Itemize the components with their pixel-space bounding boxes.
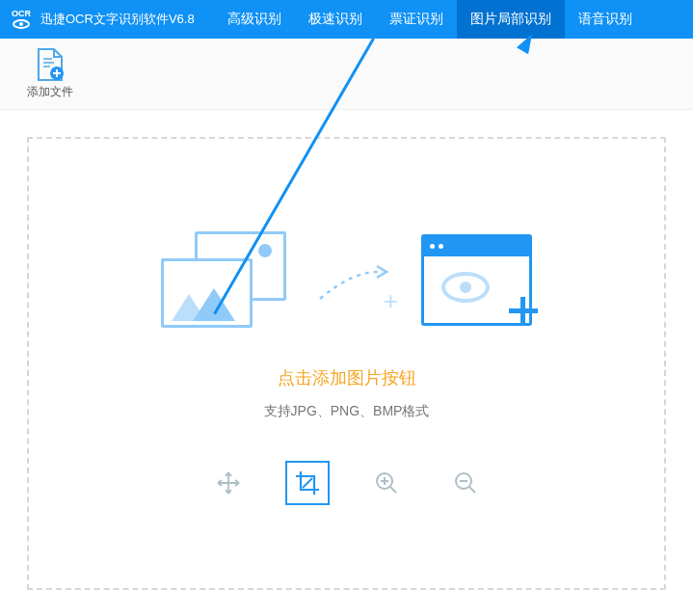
move-icon: [215, 469, 242, 496]
sub-prompt: 支持JPG、PNG、BMP格式: [264, 403, 430, 420]
logo-icon: OCR: [8, 6, 35, 33]
add-file-button[interactable]: 添加文件: [19, 43, 81, 104]
svg-line-12: [469, 487, 475, 493]
tab-fast-recognition[interactable]: 极速识别: [295, 0, 376, 39]
main-prompt: 点击添加图片按钮: [278, 366, 416, 389]
tab-voice-recognition[interactable]: 语音识别: [565, 0, 646, 39]
add-file-icon: [35, 47, 66, 82]
tab-ticket-recognition[interactable]: 票证识别: [376, 0, 457, 39]
dotted-arrow-icon: +: [315, 260, 392, 299]
zoom-in-tool-button[interactable]: [364, 461, 409, 505]
zoom-out-tool-button[interactable]: [443, 461, 488, 505]
photos-icon: [161, 231, 286, 328]
svg-line-8: [390, 487, 396, 493]
tab-image-region-recognition[interactable]: 图片局部识别: [457, 0, 565, 39]
toolbar: 添加文件: [0, 39, 693, 110]
main-area: + 点击添加图片按钮 支持JPG、PNG、BMP格式: [0, 110, 693, 616]
tool-icons: [206, 461, 488, 505]
add-file-label: 添加文件: [27, 84, 73, 100]
app-title: 迅捷OCR文字识别软件V6.8: [40, 11, 195, 28]
crop-tool-button[interactable]: [285, 461, 330, 505]
svg-line-6: [303, 478, 312, 488]
move-tool-button[interactable]: [206, 461, 251, 505]
ocr-target-icon: [421, 234, 532, 326]
tab-advanced-recognition[interactable]: 高级识别: [214, 0, 295, 39]
zoom-in-icon: [373, 469, 400, 496]
drop-zone[interactable]: + 点击添加图片按钮 支持JPG、PNG、BMP格式: [27, 137, 666, 590]
top-bar: OCR 迅捷OCR文字识别软件V6.8 高级识别 极速识别 票证识别 图片局部识…: [0, 0, 693, 39]
app-logo: OCR 迅捷OCR文字识别软件V6.8: [0, 6, 195, 33]
crop-icon: [294, 469, 321, 496]
zoom-out-icon: [452, 469, 479, 496]
illustration: +: [161, 231, 532, 328]
